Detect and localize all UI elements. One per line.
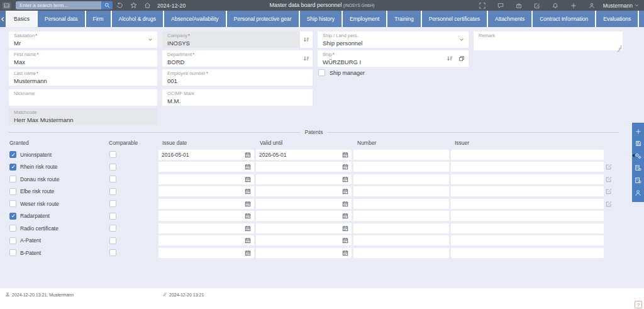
star-icon[interactable] [128, 1, 138, 9]
granted-checkbox[interactable] [9, 200, 16, 207]
issuer-input[interactable] [451, 235, 604, 245]
add-icon[interactable] [635, 128, 641, 135]
comparable-checkbox[interactable] [109, 213, 116, 220]
ship-land-field[interactable]: Ship / Land pers. Ship personnel [318, 31, 469, 48]
nickname-field[interactable]: Nickname [9, 89, 157, 106]
issue-date-input[interactable] [158, 174, 254, 184]
back-button[interactable] [0, 11, 6, 27]
department-field[interactable]: Department* BORD [162, 50, 300, 67]
issuer-input[interactable] [451, 186, 604, 196]
number-input[interactable] [353, 223, 449, 233]
tab-basics[interactable]: Basics [7, 11, 36, 27]
tab-firm[interactable]: Firm [86, 11, 111, 27]
plus-icon[interactable] [569, 1, 579, 9]
flyout-arrow-icon[interactable] [632, 154, 635, 157]
comparable-checkbox[interactable] [109, 237, 116, 244]
help-button[interactable]: ? [635, 301, 642, 308]
valid-until-input[interactable] [256, 199, 352, 209]
number-input[interactable] [353, 211, 449, 221]
company-settings-icon[interactable] [635, 164, 641, 171]
valid-until-input[interactable] [256, 235, 352, 245]
valid-until-input[interactable] [256, 248, 352, 258]
tab-history[interactable]: History [639, 11, 644, 27]
valid-until-input[interactable] [256, 223, 352, 233]
number-input[interactable] [353, 162, 449, 172]
ship-manager-checkbox[interactable] [318, 69, 325, 76]
granted-checkbox[interactable] [9, 213, 16, 220]
granted-checkbox[interactable] [9, 151, 16, 158]
issue-date-input[interactable] [158, 186, 254, 196]
ship-field[interactable]: Ship* WÜRZBURG I [318, 50, 469, 67]
number-input[interactable] [353, 235, 449, 245]
chevron-down-icon[interactable] [459, 37, 464, 42]
edit-icon[interactable] [532, 1, 542, 9]
comparable-checkbox[interactable] [109, 200, 116, 207]
tab-absence-availability[interactable]: Absence/Availability [164, 11, 225, 27]
save-icon[interactable] [635, 140, 641, 147]
edit-row-icon[interactable] [606, 164, 612, 170]
valid-until-input[interactable]: 2026-05-01 [256, 150, 352, 160]
remark-textarea[interactable]: Remark [474, 31, 623, 50]
last-name-field[interactable]: Last name* Mustermann [9, 69, 157, 86]
chevron-down-icon[interactable] [148, 37, 153, 42]
issue-date-input[interactable] [158, 223, 254, 233]
notifications-icon[interactable] [550, 1, 560, 9]
valid-until-input[interactable] [256, 211, 352, 221]
issue-date-input[interactable] [158, 199, 254, 209]
issue-date-input[interactable] [158, 248, 254, 258]
home-icon[interactable] [142, 1, 152, 9]
issuer-input[interactable] [451, 211, 604, 221]
comparable-checkbox[interactable] [109, 249, 116, 256]
ship-lookup-icon[interactable] [447, 55, 453, 62]
valid-until-input[interactable] [256, 186, 352, 196]
tab-attachments[interactable]: Attachments [488, 11, 531, 27]
edit-row-icon[interactable] [606, 188, 612, 194]
tab-evaluations[interactable]: Evaluations [596, 11, 638, 27]
issuer-input[interactable] [451, 150, 604, 160]
issuer-input[interactable] [451, 248, 604, 258]
tab-personal-data[interactable]: Personal data [38, 11, 84, 27]
search-button[interactable] [101, 1, 113, 9]
granted-checkbox[interactable] [9, 164, 16, 171]
granted-checkbox[interactable] [9, 249, 16, 256]
ocimf-mark-field[interactable]: OCIMF Mark M.M. [162, 89, 313, 106]
building-settings-icon[interactable] [635, 177, 641, 184]
fullscreen-icon[interactable] [477, 1, 487, 9]
comparable-checkbox[interactable] [109, 225, 116, 232]
tab-personnel-certificates[interactable]: Personnel certificates [422, 11, 487, 27]
history-icon[interactable] [114, 1, 125, 9]
date-display[interactable]: 2024-12-20 [157, 3, 186, 9]
department-lookup-icon[interactable] [300, 50, 313, 67]
granted-checkbox[interactable] [9, 188, 16, 195]
issuer-input[interactable] [451, 223, 604, 233]
tab-training[interactable]: Training [387, 11, 420, 27]
employee-number-field[interactable]: Employee number* 001 [162, 69, 313, 86]
number-input[interactable] [353, 174, 449, 184]
person-icon[interactable] [635, 189, 641, 196]
tab-ship-history[interactable]: Ship history [300, 11, 341, 27]
number-input[interactable] [353, 150, 449, 160]
first-name-field[interactable]: First name* Max [9, 50, 157, 67]
granted-checkbox[interactable] [9, 176, 16, 183]
chat-icon[interactable] [496, 1, 506, 9]
issue-date-input[interactable] [158, 235, 254, 245]
issue-date-input[interactable] [158, 211, 254, 221]
comparable-checkbox[interactable] [109, 151, 116, 158]
edit-row-icon[interactable] [606, 176, 612, 183]
granted-checkbox[interactable] [9, 225, 16, 232]
tab-alcohol-drugs[interactable]: Alcohol & drugs [112, 11, 164, 27]
comparable-checkbox[interactable] [109, 188, 116, 195]
number-input[interactable] [353, 199, 449, 209]
resize-handle[interactable] [617, 45, 621, 49]
tab-employment[interactable]: Employment [343, 11, 386, 27]
valid-until-input[interactable] [256, 174, 352, 184]
issue-date-input[interactable] [158, 162, 254, 172]
comparable-checkbox[interactable] [109, 176, 116, 183]
company-lookup-icon[interactable] [300, 31, 313, 48]
issuer-input[interactable] [451, 199, 604, 209]
app-menu-icon[interactable] [2, 2, 11, 9]
edit-row-icon[interactable] [606, 201, 612, 207]
user-icon[interactable] [587, 1, 597, 9]
search-input[interactable] [16, 1, 101, 9]
tab-personal-protective-gear[interactable]: Personal protective gear [227, 11, 299, 27]
